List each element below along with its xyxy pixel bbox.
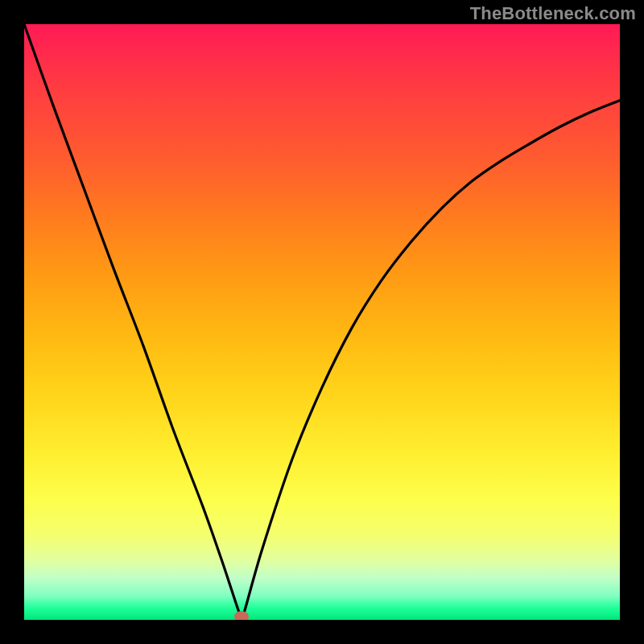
chart-frame: TheBottleneck.com: [0, 0, 644, 644]
bottleneck-curve: [24, 24, 620, 620]
watermark: TheBottleneck.com: [470, 3, 636, 24]
optimal-point-marker: [234, 611, 249, 620]
plot-area: [24, 24, 620, 620]
